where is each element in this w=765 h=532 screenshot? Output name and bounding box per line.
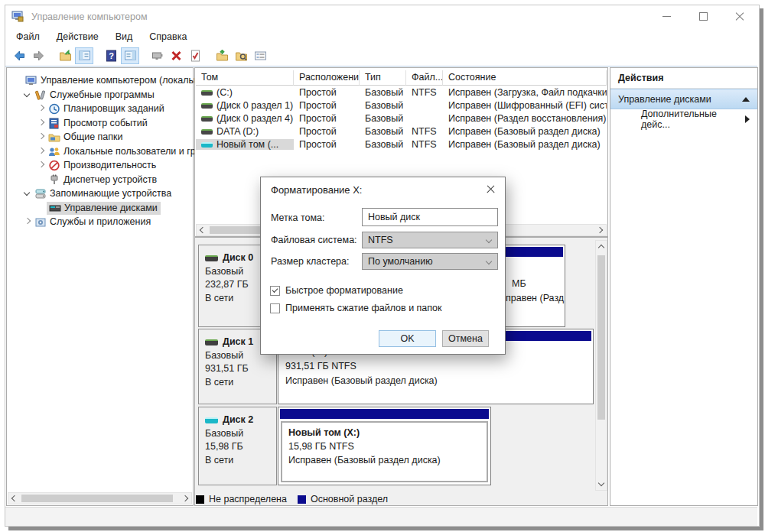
column-header-status[interactable]: Состояние <box>443 70 607 86</box>
column-header-volume[interactable]: Том <box>196 70 294 86</box>
tree-item-event-viewer[interactable]: Просмотр событий <box>7 116 222 130</box>
table-row[interactable]: DATA (D:) ПростойБазовый NTFSИсправен (Б… <box>196 125 607 138</box>
menu-help[interactable]: Справка <box>149 31 187 42</box>
volume-label-input[interactable]: Новый диск <box>362 208 498 226</box>
folder-find-icon[interactable] <box>232 47 250 64</box>
close-button[interactable] <box>727 8 753 25</box>
table-row[interactable]: (Диск 0 раздел 1) ПростойБазовый Исправе… <box>196 99 607 112</box>
tree-item-task-scheduler[interactable]: Планировщик заданий <box>7 102 222 115</box>
maximize-icon <box>699 12 708 21</box>
back-icon[interactable] <box>10 47 28 64</box>
tree-item-computer-management[interactable]: Управление компьютером (локальным) <box>7 73 199 87</box>
check-document-icon[interactable] <box>186 47 204 64</box>
disk-icon <box>205 417 218 423</box>
export-list-icon[interactable] <box>56 47 74 64</box>
chevron-right-icon[interactable] <box>22 216 33 227</box>
delete-icon[interactable] <box>167 47 185 64</box>
tree-item-storage[interactable]: Запоминающие устройства <box>7 187 208 200</box>
minimize-button[interactable] <box>653 8 679 25</box>
tree-item-shared-folders[interactable]: Общие папки <box>7 130 222 144</box>
task-scheduler-icon <box>48 103 60 115</box>
disk2-partition-selected[interactable]: Новый том (X:) 15,98 ГБ NTFS Исправен (Б… <box>278 407 491 485</box>
chevron-down-icon <box>486 237 492 243</box>
partition-legend: Не распределена Основной раздел <box>196 493 607 505</box>
dialog-close-icon[interactable] <box>485 183 497 196</box>
help-icon[interactable]: ? <box>102 47 120 64</box>
table-row[interactable]: (C:) ПростойБазовый NTFSИсправен (Загруз… <box>196 86 607 99</box>
chevron-right-icon[interactable] <box>36 118 47 128</box>
chevron-none <box>36 174 47 185</box>
scroll-up-icon[interactable] <box>597 243 605 251</box>
monitor-icon[interactable] <box>148 47 166 64</box>
column-header-filesystem[interactable]: Файл... <box>406 70 443 86</box>
scroll-left-icon[interactable] <box>10 495 18 502</box>
partition-size: 931,51 ГБ NTFS <box>285 359 591 374</box>
forward-icon[interactable] <box>29 47 47 64</box>
ok-button[interactable]: OK <box>379 330 436 347</box>
actions-group-disk-management[interactable]: Управление дисками <box>610 89 757 109</box>
volume-icon <box>201 129 213 135</box>
menu-action[interactable]: Действие <box>57 31 99 42</box>
scrollbar-thumb[interactable] <box>21 495 173 502</box>
tree-item-disk-management[interactable]: Управление дисками <box>7 201 222 215</box>
quick-format-checkbox-row[interactable]: Быстрое форматирование <box>270 285 403 296</box>
table-row[interactable]: (Диск 0 раздел 4) ПростойБазовый Исправе… <box>196 112 607 125</box>
disk-icon <box>205 255 218 261</box>
table-row-selected[interactable]: Новый том (... ПростойБазовый NTFSИсправ… <box>196 138 607 151</box>
tree-item-label: Локальные пользователи и групп <box>63 146 210 157</box>
chevron-down-icon[interactable] <box>22 89 33 100</box>
maximize-button[interactable] <box>690 8 716 25</box>
scrollbar-thumb[interactable] <box>597 255 605 420</box>
cluster-size-select[interactable]: По умолчанию <box>362 253 498 270</box>
tree-item-device-manager[interactable]: Диспетчер устройств <box>7 173 222 187</box>
scroll-left-icon[interactable] <box>198 226 206 234</box>
show-action-pane-icon[interactable] <box>121 47 139 64</box>
chevron-right-icon[interactable] <box>36 103 47 114</box>
primary-partition-swatch <box>298 495 306 504</box>
disk-name: Диск 2 <box>223 414 253 427</box>
disk-type: Базовый <box>205 427 272 441</box>
column-header-type[interactable]: Тип <box>360 70 406 86</box>
tree-item-local-users-groups[interactable]: Локальные пользователи и групп <box>7 144 222 158</box>
disk-status: В сети <box>205 454 272 468</box>
tree-horizontal-scrollbar[interactable] <box>8 492 192 504</box>
disk2-header[interactable]: Диск 2 Базовый 15,98 ГБ В сети <box>198 407 277 485</box>
volume-icon <box>201 103 213 109</box>
unallocated-swatch <box>196 495 204 504</box>
menu-view[interactable]: Вид <box>116 31 133 42</box>
cancel-button[interactable]: Отмена <box>442 330 489 347</box>
file-system-label: Файловая система: <box>271 235 357 245</box>
tree-item-label: Управление дисками <box>64 203 158 213</box>
folder-up-icon[interactable] <box>213 47 231 64</box>
menu-file[interactable]: Файл <box>16 31 40 42</box>
tree-item-system-tools[interactable]: Служебные программы <box>7 88 208 102</box>
cluster-size-label: Размер кластера: <box>271 256 349 267</box>
chevron-down-icon[interactable] <box>22 188 33 199</box>
svg-text:?: ? <box>109 51 114 60</box>
tree-item-performance[interactable]: Производительность <box>7 158 222 172</box>
console-tree-pane: Управление компьютером (локальным) Служе… <box>6 67 194 506</box>
chevron-right-icon[interactable] <box>36 160 47 170</box>
partition-selection-frame: Новый том (X:) 15,98 ГБ NTFS Исправен (Б… <box>281 421 488 482</box>
properties-icon[interactable] <box>251 47 269 64</box>
chevron-right-icon[interactable] <box>36 131 47 142</box>
compression-checkbox[interactable] <box>270 303 280 313</box>
toolbar: ? <box>5 46 757 66</box>
show-console-tree-icon[interactable] <box>75 47 93 64</box>
collapse-icon[interactable] <box>742 97 750 102</box>
scroll-right-icon[interactable] <box>597 226 604 234</box>
compression-checkbox-row[interactable]: Применять сжатие файлов и папок <box>270 303 442 313</box>
performance-icon <box>48 160 60 171</box>
scroll-right-icon[interactable] <box>182 495 190 502</box>
quick-format-checkbox[interactable] <box>270 286 280 296</box>
volume-icon <box>201 116 213 122</box>
tree-item-services-applications[interactable]: Службы и приложения <box>7 215 208 229</box>
file-system-select[interactable]: NTFS <box>362 232 498 248</box>
disk-pane-vertical-scrollbar[interactable] <box>595 240 607 491</box>
scroll-down-icon[interactable] <box>597 480 605 488</box>
actions-more-actions[interactable]: Дополнительные дейс... <box>610 109 757 128</box>
column-header-layout[interactable]: Расположение <box>294 70 360 86</box>
disk-name: Диск 0 <box>223 251 253 265</box>
event-viewer-icon <box>48 118 60 129</box>
chevron-right-icon[interactable] <box>36 146 47 157</box>
